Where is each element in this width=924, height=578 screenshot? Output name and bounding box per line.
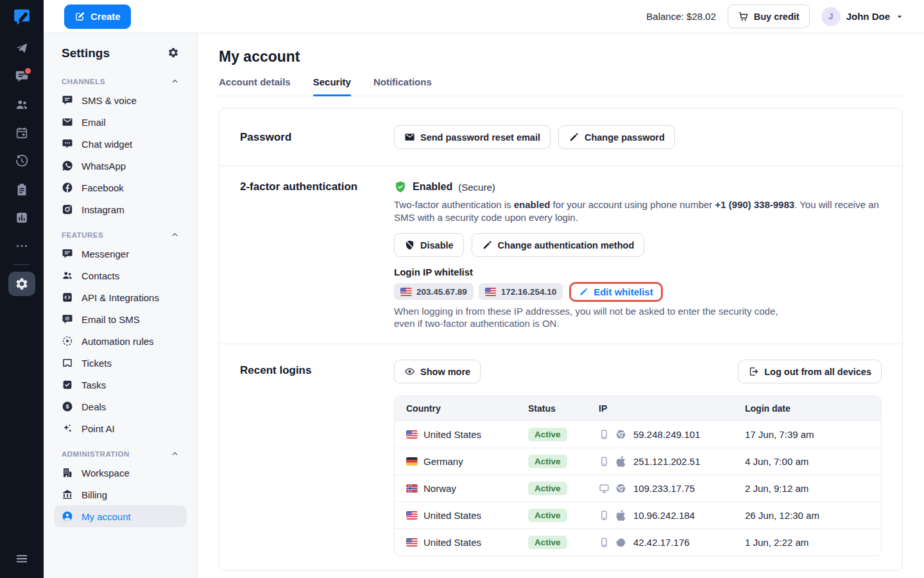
twofa-action-button[interactable]: Disable	[394, 233, 464, 257]
whitelist-note-line: even if two-factor authentication is ON.	[394, 317, 882, 329]
svg-text:@: @	[65, 315, 69, 321]
column-header: Login date	[745, 403, 869, 414]
shell: Create Balance: $28.02 Buy credit J John…	[44, 0, 924, 578]
twofa-section: 2-factor authentication Enabled (Secure)…	[219, 166, 902, 344]
sidebar-section-label: FEATURES	[62, 231, 103, 239]
apple-icon	[615, 510, 626, 521]
show-more-button[interactable]: Show more	[394, 360, 481, 383]
sidebar-item[interactable]: Tickets	[54, 352, 187, 374]
sidebar-item[interactable]: WhatsApp	[54, 155, 187, 177]
sidebar-item[interactable]: API & Integrations	[54, 286, 187, 308]
automation-icon	[62, 335, 73, 347]
ip-chip: 203.45.67.89	[394, 283, 474, 300]
envelope-icon	[62, 116, 73, 128]
button-label: Change password	[585, 132, 665, 143]
sidebar-section-header[interactable]: CHANNELS	[54, 73, 187, 89]
svg-text:$: $	[65, 403, 69, 410]
flag-us-icon	[485, 288, 497, 296]
sidebar-item[interactable]: Instagram	[54, 198, 187, 220]
rail-nav-button[interactable]	[8, 234, 35, 258]
click-annotation-box: Edit whitelist	[569, 282, 663, 302]
rail-divider	[13, 264, 30, 265]
sidebar-item[interactable]: Automation rules	[54, 330, 187, 352]
tab[interactable]: Security	[313, 76, 351, 96]
sidebar-item[interactable]: Facebook	[54, 177, 187, 198]
sidebar-item[interactable]: @ Email to SMS	[54, 308, 187, 330]
sidebar-item-label: Email	[81, 117, 106, 128]
app-logo[interactable]	[12, 8, 31, 27]
topbar: Create Balance: $28.02 Buy credit J John…	[44, 0, 924, 33]
paper-plane-icon	[15, 41, 29, 55]
ip-cell: 251.121.202.51	[599, 456, 745, 467]
sidebar-item[interactable]: Messenger	[54, 243, 187, 265]
sidebar-item-label: Instagram	[81, 204, 124, 215]
rail-menu-button[interactable]	[8, 547, 35, 570]
sidebar-item[interactable]: Chat widget	[54, 133, 187, 155]
chat-at-icon: @	[62, 313, 73, 325]
smartphone-icon	[599, 537, 610, 548]
sidebar-item[interactable]: Billing	[54, 484, 187, 505]
smartphone-icon	[599, 456, 610, 467]
sidebar-settings-gear-button[interactable]	[167, 47, 179, 60]
login-date: 2 Jun, 9:12 am	[745, 483, 869, 494]
tab[interactable]: Notifications	[373, 76, 432, 96]
sidebar-item[interactable]: Tasks	[54, 374, 187, 396]
table-row: United States Active 42.42	[395, 529, 881, 556]
rail-nav-button[interactable]	[8, 178, 35, 201]
rail-nav-button[interactable]	[8, 93, 35, 116]
smartphone-icon	[599, 429, 610, 440]
rail-nav-button[interactable]	[8, 150, 35, 173]
tab-label: Security	[313, 76, 351, 87]
logins-table: Country Status IP Login date	[394, 396, 882, 556]
status-cell: Active	[528, 509, 599, 522]
tab[interactable]: Account details	[219, 76, 291, 96]
login-date: 26 Jun, 12:30 am	[745, 510, 869, 521]
sidebar-item[interactable]: Workspace	[54, 462, 187, 484]
sidebar-section-header[interactable]: FEATURES	[54, 227, 187, 243]
country-cell: Norway	[406, 483, 528, 494]
twofa-body: Enabled (Secure) Two-factor authenticati…	[394, 180, 882, 329]
sidebar-item[interactable]: Contacts	[54, 265, 187, 286]
column-header: Country	[406, 403, 528, 414]
recent-logins-section: Recent logins Show more Log out from all…	[219, 344, 902, 570]
sidebar-item[interactable]: $ Deals	[54, 396, 187, 417]
logout-all-devices-button[interactable]: Log out from all devices	[738, 360, 882, 383]
clipboard-icon	[15, 182, 29, 197]
status-cell: Active	[528, 482, 599, 495]
button-label: Send password reset email	[420, 132, 540, 143]
ip-chip-value: 203.45.67.89	[416, 287, 467, 297]
sidebar-item-label: SMS & voice	[81, 95, 137, 106]
password-action-button[interactable]: Change password	[558, 125, 675, 149]
sidebar-item-label: API & Integrations	[81, 292, 159, 303]
page-title: My account	[219, 48, 903, 66]
rail-nav-button[interactable]	[8, 206, 35, 229]
sidebar-item[interactable]: SMS & voice	[54, 89, 187, 111]
whitelist-label: Login IP whitelist	[394, 266, 882, 278]
sidebar-item[interactable]: My account	[54, 505, 187, 527]
rail-nav-button[interactable]	[8, 65, 35, 88]
sidebar-item[interactable]: Point AI	[54, 417, 187, 439]
sidebar-item[interactable]: Email	[54, 111, 187, 133]
sidebar-section-label: ADMINISTRATION	[62, 450, 130, 458]
sidebar-section-header[interactable]: ADMINISTRATION	[54, 446, 187, 462]
edit-whitelist-link[interactable]: Edit whitelist	[579, 286, 653, 297]
ip-cell: 59.248.249.101	[599, 429, 745, 440]
hamburger-icon	[15, 552, 29, 566]
sidebar-section: FEATURES Messenger Contacts	[54, 227, 187, 439]
facebook-icon	[62, 182, 73, 193]
shield-off-icon	[404, 240, 415, 250]
twofa-status-note: (Secure)	[458, 182, 495, 193]
user-menu[interactable]: J John Doe	[821, 7, 903, 26]
rail-nav-button[interactable]	[8, 37, 35, 60]
twofa-action-button[interactable]: Change authentication method	[472, 233, 645, 257]
create-button[interactable]: Create	[64, 4, 131, 29]
topbar-right: Balance: $28.02 Buy credit J John Doe	[646, 4, 903, 28]
whatsapp-icon	[62, 160, 73, 171]
password-action-button[interactable]: Send password reset email	[394, 125, 551, 149]
rail-nav-button[interactable]	[8, 121, 35, 144]
buy-credit-button[interactable]: Buy credit	[728, 4, 810, 28]
status-badge: Active	[528, 428, 567, 441]
whitelist-note-line: When logging in from these IP addresses,…	[394, 305, 882, 317]
rail-settings-button[interactable]	[8, 272, 35, 296]
sidebar-item-label: Email to SMS	[81, 314, 140, 325]
